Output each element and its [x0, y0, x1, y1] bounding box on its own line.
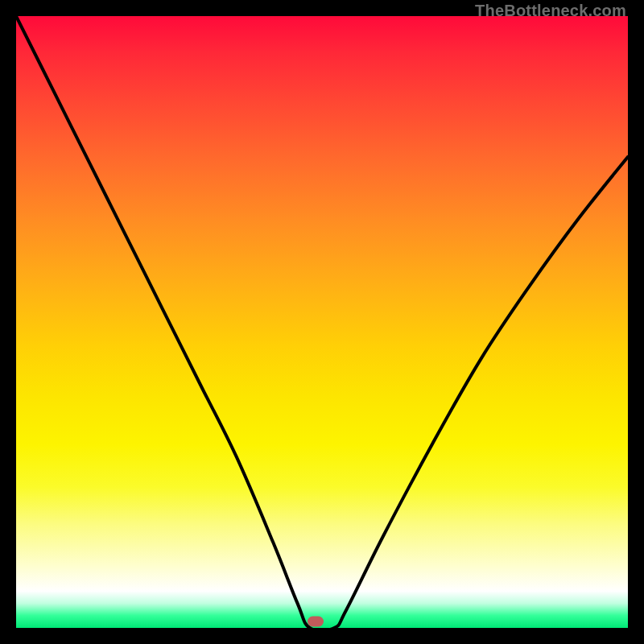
bottleneck-curve-path	[16, 16, 628, 628]
plot-area	[16, 16, 628, 628]
watermark-text: TheBottleneck.com	[475, 2, 626, 20]
optimum-marker	[308, 617, 324, 627]
chart-svg	[16, 16, 628, 628]
chart-frame: TheBottleneck.com	[0, 0, 644, 644]
